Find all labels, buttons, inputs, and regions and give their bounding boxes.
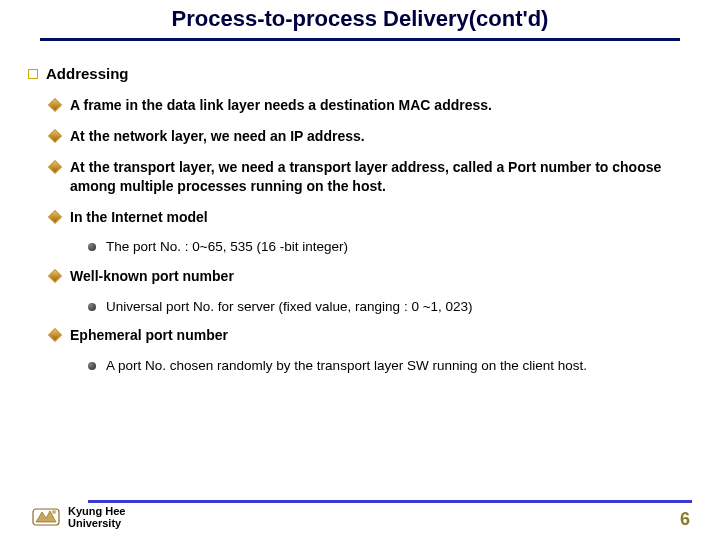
university-line1: Kyung Hee <box>68 505 125 517</box>
bullet-text: Well-known port number <box>70 267 242 286</box>
square-bullet-icon <box>28 69 38 79</box>
content-area: Addressing A frame in the data link laye… <box>0 41 720 375</box>
bullet-text: At the network layer, we need an IP addr… <box>70 127 373 146</box>
bullet-text: A frame in the data link layer needs a d… <box>70 96 500 115</box>
university-block: Kyung Hee University <box>28 505 125 529</box>
dot-bullet-icon <box>88 362 96 370</box>
bullet-item: In the Internet model <box>50 208 692 227</box>
diamond-bullet-icon <box>48 129 62 143</box>
page-number: 6 <box>680 509 690 530</box>
page-title: Process-to-process Delivery(cont'd) <box>40 6 680 32</box>
diamond-bullet-icon <box>48 98 62 112</box>
bullet-item: Well-known port number <box>50 267 692 286</box>
bullet-text: At the transport layer, we need a transp… <box>70 158 692 196</box>
sub-bullet-item: A port No. chosen randomly by the transp… <box>88 357 692 375</box>
university-line2: University <box>68 517 125 529</box>
bullet-item: At the network layer, we need an IP addr… <box>50 127 692 146</box>
section-heading-text: Addressing <box>46 65 129 82</box>
title-wrap: Process-to-process Delivery(cont'd) <box>0 0 720 34</box>
diamond-bullet-icon <box>48 269 62 283</box>
footer: Kyung Hee University 6 <box>0 500 720 530</box>
bullet-text: In the Internet model <box>70 208 216 227</box>
diamond-bullet-icon <box>48 328 62 342</box>
section-heading: Addressing <box>28 65 692 82</box>
svg-point-1 <box>52 510 56 514</box>
sub-bullet-item: Universal port No. for server (fixed val… <box>88 298 692 316</box>
bullet-item: At the transport layer, we need a transp… <box>50 158 692 196</box>
sub-bullet-text: The port No. : 0~65, 535 (16 -bit intege… <box>106 238 348 256</box>
bullet-item: A frame in the data link layer needs a d… <box>50 96 692 115</box>
sub-bullet-item: The port No. : 0~65, 535 (16 -bit intege… <box>88 238 692 256</box>
bullet-item: Ephemeral port number <box>50 326 692 345</box>
university-name: Kyung Hee University <box>68 505 125 529</box>
diamond-bullet-icon <box>48 160 62 174</box>
bullet-text: Ephemeral port number <box>70 326 236 345</box>
dot-bullet-icon <box>88 303 96 311</box>
diamond-bullet-icon <box>48 209 62 223</box>
dot-bullet-icon <box>88 243 96 251</box>
university-crest-icon <box>32 506 60 528</box>
footer-divider <box>88 500 692 503</box>
sub-bullet-text: Universal port No. for server (fixed val… <box>106 298 473 316</box>
footer-row: Kyung Hee University 6 <box>28 505 692 530</box>
slide: Process-to-process Delivery(cont'd) Addr… <box>0 0 720 540</box>
sub-bullet-text: A port No. chosen randomly by the transp… <box>106 357 587 375</box>
